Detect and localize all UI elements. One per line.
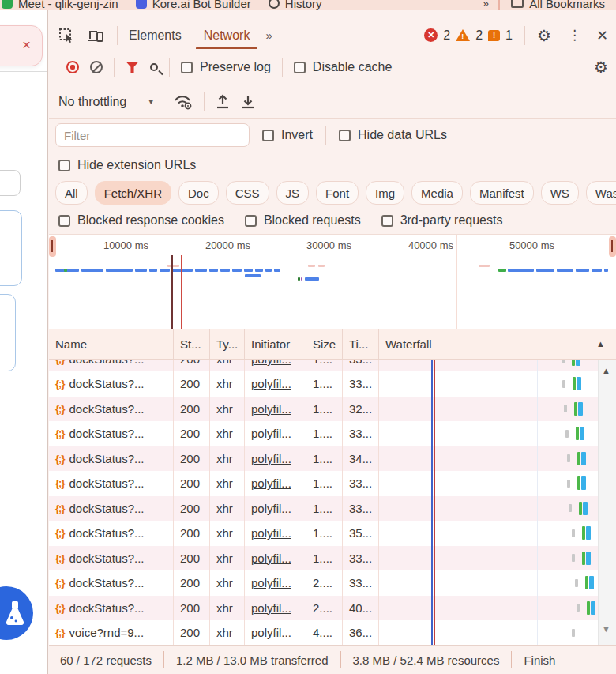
disable-cache-checkbox[interactable]: Disable cache	[294, 60, 393, 74]
error-badge-icon[interactable]: ✕	[424, 28, 438, 42]
type-filter-wasm[interactable]: Wasm	[586, 181, 616, 205]
table-row[interactable]: {;}dockStatus?...200xhrpolyfil...2....40…	[49, 596, 598, 621]
table-row[interactable]: {;}dockStatus?...200xhrpolyfil...1....33…	[49, 371, 598, 397]
table-row[interactable]: {;}dockStatus?...200xhrpolyfil...2....33…	[49, 570, 598, 596]
column-header-name[interactable]: Name	[49, 329, 174, 359]
table-row[interactable]: {;}dockStatus?...200xhrpolyfil...1....33…	[49, 471, 598, 496]
table-row[interactable]: {;}dockStatus?...200xhrpolyfil...1....33…	[49, 360, 598, 371]
close-icon[interactable]: ×	[22, 37, 31, 52]
warning-badge-icon[interactable]: !	[456, 29, 470, 41]
all-bookmarks-button[interactable]: All Bookmarks	[511, 0, 605, 10]
table-row[interactable]: {;}voice?rnd=9...200xhrpolyfil...4....36…	[49, 620, 598, 645]
device-toolbar-icon[interactable]	[87, 28, 104, 43]
export-har-icon[interactable]	[241, 94, 255, 110]
initiator-cell[interactable]: polyfil...	[245, 546, 306, 571]
settings-gear-icon[interactable]: ⚙	[531, 28, 558, 43]
type-filter-doc[interactable]: Doc	[178, 181, 219, 205]
type-filter-fetchxhr[interactable]: Fetch/XHR	[95, 181, 171, 205]
initiator-cell[interactable]: polyfil...	[245, 471, 306, 496]
sort-arrow-icon[interactable]: ▲	[596, 339, 605, 348]
initiator-cell[interactable]: polyfil...	[245, 496, 306, 522]
waterfall-download-bar	[577, 377, 581, 390]
3rd-party-requests-checkbox[interactable]: 3rd-party requests	[381, 213, 503, 228]
error-count[interactable]: 2	[443, 28, 450, 43]
close-devtools-icon[interactable]: ✕	[592, 28, 616, 43]
issue-count[interactable]: 1	[505, 28, 513, 43]
bookmarks-overflow-chevron[interactable]: »	[483, 0, 487, 9]
column-header-ti[interactable]: Ti...	[343, 329, 379, 359]
checkbox-icon[interactable]	[245, 215, 257, 227]
column-header-size[interactable]: Size	[306, 329, 343, 359]
initiator-cell[interactable]: polyfil...	[245, 446, 306, 472]
table-scrollbar[interactable]: ▲ ▼	[598, 360, 616, 645]
type-filter-manifest[interactable]: Manifest	[470, 181, 534, 205]
scroll-up-icon[interactable]: ▲	[602, 366, 610, 375]
table-row[interactable]: {;}dockStatus?...200xhrpolyfil...1....33…	[49, 496, 598, 522]
more-tabs-chevron[interactable]: »	[261, 28, 275, 42]
checkbox-icon[interactable]	[262, 130, 274, 141]
column-header-initiator[interactable]: Initiator	[245, 329, 306, 359]
import-har-icon[interactable]	[216, 94, 230, 110]
checkbox-icon[interactable]	[58, 160, 70, 171]
search-icon[interactable]	[150, 63, 158, 71]
type-filter-font[interactable]: Font	[316, 181, 359, 205]
overview-left-handle[interactable]	[49, 236, 56, 257]
devtools-dock-divider[interactable]	[47, 10, 48, 674]
record-network-log-icon[interactable]	[66, 61, 79, 73]
blocked-response-cookies-checkbox[interactable]: Blocked response cookies	[58, 213, 224, 228]
chat-fab-button[interactable]	[0, 586, 33, 640]
table-row[interactable]: {;}dockStatus?...200xhrpolyfil...1....35…	[49, 521, 598, 546]
blocked-requests-checkbox[interactable]: Blocked requests	[245, 213, 361, 228]
initiator-cell[interactable]: polyfil...	[245, 596, 306, 621]
inspect-element-icon[interactable]	[58, 28, 74, 43]
table-row[interactable]: {;}dockStatus?...200xhrpolyfil...1....33…	[49, 546, 598, 571]
table-row[interactable]: {;}dockStatus?...200xhrpolyfil...1....32…	[49, 397, 598, 422]
table-row[interactable]: {;}dockStatus?...200xhrpolyfil...1....33…	[49, 421, 598, 446]
type-filter-css[interactable]: CSS	[226, 181, 269, 205]
column-header-ty[interactable]: Ty...	[210, 329, 245, 359]
column-header-waterfall[interactable]: Waterfall▲	[379, 329, 616, 359]
type-filter-media[interactable]: Media	[411, 181, 463, 205]
size-cell: 1....	[306, 446, 343, 472]
throttling-select[interactable]: No throttling ▼	[58, 95, 155, 109]
checkbox-icon[interactable]	[339, 130, 351, 141]
issues-badge-icon[interactable]: !	[488, 30, 500, 41]
scroll-down-icon[interactable]: ▼	[602, 624, 610, 634]
tab-network[interactable]: Network	[193, 21, 261, 49]
warning-count[interactable]: 2	[475, 28, 483, 43]
column-header-st[interactable]: St...	[174, 329, 210, 359]
hide-data-urls-checkbox[interactable]: Hide data URLs	[339, 128, 447, 142]
table-row[interactable]: {;}dockStatus?...200xhrpolyfil...1....34…	[49, 446, 598, 472]
preserve-log-checkbox[interactable]: Preserve log	[181, 60, 271, 74]
bookmark-meet[interactable]: Meet - qlik-genj-zin	[2, 0, 118, 10]
kebab-menu-icon[interactable]: ⋮	[563, 28, 586, 42]
checkbox-icon[interactable]	[381, 215, 393, 227]
filter-input[interactable]	[55, 123, 250, 147]
initiator-cell[interactable]: polyfil...	[245, 521, 306, 546]
initiator-cell[interactable]: polyfil...	[245, 371, 306, 397]
type-filter-ws[interactable]: WS	[541, 181, 579, 205]
bookmark-history[interactable]: History	[269, 0, 322, 10]
tab-elements[interactable]: Elements	[118, 21, 193, 49]
type-filter-img[interactable]: Img	[366, 181, 404, 205]
overview-right-handle[interactable]	[609, 236, 616, 257]
checkbox-icon[interactable]	[181, 62, 193, 73]
initiator-cell[interactable]: polyfil...	[245, 570, 306, 596]
initiator-cell[interactable]: polyfil...	[245, 620, 306, 645]
bookmarks-bar: Meet - qlik-genj-zin Kore.ai Bot Builder…	[0, 0, 616, 10]
initiator-cell[interactable]: polyfil...	[245, 360, 306, 371]
initiator-cell[interactable]: polyfil...	[245, 397, 306, 422]
hide-extension-urls-checkbox[interactable]: Hide extension URLs	[58, 158, 196, 172]
filter-funnel-icon[interactable]	[126, 62, 139, 73]
network-conditions-icon[interactable]	[174, 94, 193, 110]
checkbox-icon[interactable]	[294, 62, 306, 73]
checkbox-icon[interactable]	[58, 215, 70, 227]
bookmark-kore-bot[interactable]: Kore.ai Bot Builder	[136, 0, 251, 10]
type-filter-all[interactable]: All	[55, 181, 88, 205]
timeline-overview[interactable]: 10000 ms20000 ms30000 ms40000 ms50000 ms…	[49, 234, 616, 329]
clear-network-log-icon[interactable]	[90, 61, 103, 73]
network-settings-gear-icon[interactable]: ⚙	[588, 59, 616, 75]
invert-checkbox[interactable]: Invert	[262, 128, 313, 142]
initiator-cell[interactable]: polyfil...	[245, 421, 306, 446]
type-filter-js[interactable]: JS	[276, 181, 310, 205]
